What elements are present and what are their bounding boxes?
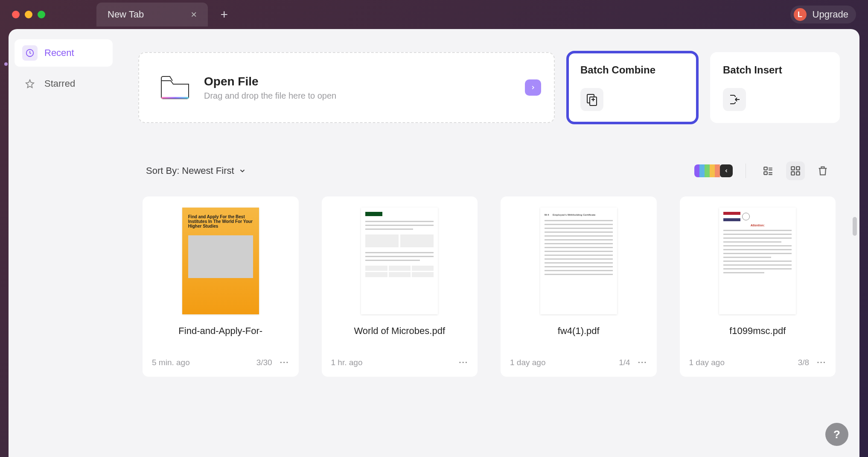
sidebar-item-recent[interactable]: Recent — [15, 39, 113, 67]
scrollbar-thumb[interactable] — [853, 217, 857, 236]
svg-rect-8 — [791, 172, 795, 175]
combine-icon — [580, 88, 603, 111]
close-window-button[interactable] — [12, 11, 20, 18]
divider — [746, 164, 746, 178]
file-more-button[interactable]: ··· — [459, 358, 468, 367]
file-card[interactable]: Attention: f1099msc.pdf 1 day ago 3/8 ··… — [680, 196, 836, 377]
open-file-chevron[interactable] — [525, 79, 541, 96]
file-time: 5 min. ago — [152, 358, 190, 367]
file-card[interactable]: World of Microbes.pdf 1 hr. ago ··· — [322, 196, 478, 377]
file-more-button[interactable]: ··· — [638, 358, 647, 367]
open-file-card[interactable]: Open File Drag and drop the file here to… — [138, 52, 555, 123]
insert-icon — [723, 88, 746, 111]
color-swatch — [699, 164, 705, 177]
minimize-window-button[interactable] — [25, 11, 32, 18]
batch-combine-card[interactable]: Batch Combine — [568, 52, 697, 123]
chevron-left-icon — [720, 164, 733, 177]
batch-insert-title: Batch Insert — [723, 64, 827, 76]
file-pages: 3/8 — [798, 358, 809, 367]
file-thumbnail: Find and Apply For the Best Institutes I… — [182, 208, 259, 314]
file-more-button[interactable]: ··· — [280, 358, 289, 367]
color-filter[interactable] — [694, 164, 733, 177]
file-thumbnail — [361, 208, 438, 314]
notification-dot — [4, 62, 8, 66]
file-pages: 1/4 — [619, 358, 630, 367]
batch-combine-title: Batch Combine — [580, 64, 684, 76]
grid-view-button[interactable] — [786, 161, 805, 180]
sort-by-dropdown[interactable]: Sort By: Newest First — [146, 165, 246, 176]
sidebar-item-label: Recent — [44, 47, 74, 59]
upgrade-button[interactable]: L Upgrade — [790, 6, 856, 23]
file-thumbnail: Attention: — [719, 208, 796, 314]
file-pages: 3/30 — [256, 358, 272, 367]
file-card[interactable]: Find and Apply For the Best Institutes I… — [143, 196, 299, 377]
file-time: 1 hr. ago — [331, 358, 363, 367]
sidebar-item-starred[interactable]: Starred — [15, 70, 113, 97]
color-swatch — [694, 164, 699, 177]
svg-rect-9 — [796, 172, 800, 175]
file-name: World of Microbes.pdf — [331, 325, 469, 350]
svg-rect-1 — [161, 97, 189, 99]
color-swatch — [715, 164, 720, 177]
maximize-window-button[interactable] — [38, 11, 45, 18]
new-tab-button[interactable]: + — [216, 7, 233, 22]
sidebar: Recent Starred — [9, 29, 119, 457]
svg-rect-6 — [791, 167, 795, 170]
file-name: f1099msc.pdf — [689, 325, 827, 350]
upgrade-label: Upgrade — [813, 9, 848, 20]
close-tab-button[interactable]: × — [191, 9, 197, 21]
svg-rect-7 — [796, 167, 800, 170]
help-button[interactable]: ? — [825, 423, 848, 446]
trash-button[interactable] — [813, 161, 832, 180]
file-name: Find-and-Apply-For- — [152, 325, 289, 350]
color-swatch — [705, 164, 710, 177]
file-thumbnail: W-4 Employee's Withholding Certificate — [540, 208, 617, 314]
chevron-down-icon — [239, 167, 246, 175]
file-more-button[interactable]: ··· — [817, 358, 826, 367]
tab-new[interactable]: New Tab × — [96, 3, 208, 26]
star-icon — [22, 76, 38, 91]
list-view-button[interactable] — [759, 161, 778, 180]
sidebar-item-label: Starred — [44, 78, 75, 89]
batch-insert-card[interactable]: Batch Insert — [710, 52, 840, 123]
color-swatch — [710, 164, 715, 177]
tab-label: New Tab — [108, 9, 144, 20]
sort-by-label: Sort By: Newest First — [146, 165, 234, 176]
folder-icon — [160, 75, 190, 100]
open-file-title: Open File — [204, 75, 336, 88]
avatar: L — [794, 8, 807, 21]
file-name: fw4(1).pdf — [510, 325, 647, 350]
file-card[interactable]: W-4 Employee's Withholding Certificate f… — [501, 196, 657, 377]
svg-rect-4 — [764, 167, 767, 170]
clock-icon — [22, 45, 38, 61]
svg-rect-5 — [764, 172, 767, 175]
file-time: 1 day ago — [510, 358, 545, 367]
file-time: 1 day ago — [689, 358, 725, 367]
open-file-subtitle: Drag and drop the file here to open — [204, 91, 336, 101]
window-controls[interactable] — [12, 11, 45, 18]
